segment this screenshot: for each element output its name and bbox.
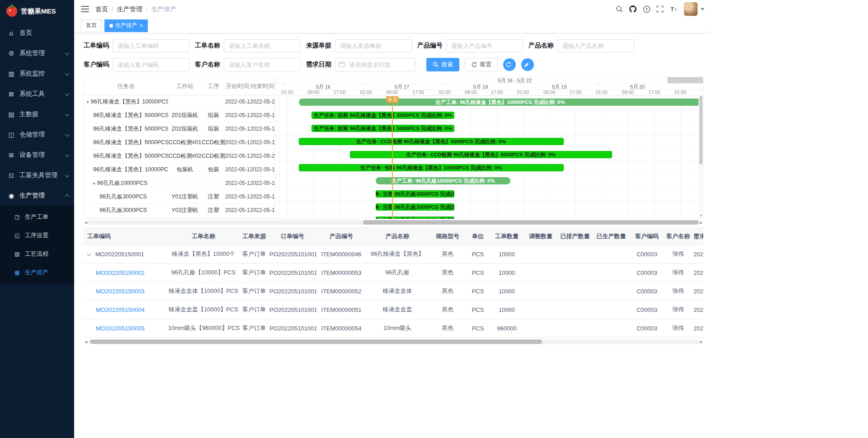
github-icon[interactable]: [626, 2, 640, 16]
gantt-bar-task[interactable]: 生产任务: 包装 96孔移液盒【黑色】10000PCS 完成比例: 0%: [299, 164, 564, 171]
gantt-bar-task[interactable]: 生产任务: 组装 96孔移液盒【黑色】5000PCS 完成比例: 0%: [311, 112, 454, 119]
table-row[interactable]: MO20220515000296孔孔板【10000】PCS客户订单PO20220…: [84, 264, 703, 282]
gantt-task-row[interactable]: 96孔移液盒【黑色】10000PCS包装机包装2022-05-162022-05…: [84, 163, 275, 177]
workorder-link[interactable]: MO202205150002: [96, 269, 145, 276]
tag-view-bar: 首页生产排产×: [74, 18, 711, 33]
scrollbar-thumb[interactable]: [363, 220, 699, 225]
workorder-link[interactable]: MO202205150005: [96, 325, 145, 332]
gantt-bar-task[interactable]: 生产任务: 注塑 96孔孔板3000PCS 完成比例: 0%: [376, 203, 454, 211]
sidebar-item-生产工单[interactable]: ◳生产工单: [0, 207, 74, 226]
filter-input-客户名称[interactable]: [224, 58, 301, 71]
tab-生产排产[interactable]: 生产排产×: [104, 19, 148, 32]
table-row[interactable]: MO202205150004移液盒盒盖【10000】PCS客户订单PO20220…: [84, 301, 703, 319]
font-size-icon[interactable]: TT: [667, 2, 680, 16]
gantt-grid-rows: ▾96孔移液盒【黑色】10000PCS2022-05-162022-05-219…: [84, 95, 275, 218]
chevron-down-icon: [65, 153, 70, 157]
sidebar-item-生产排产[interactable]: ▦生产排产: [0, 263, 74, 282]
table-cell: [524, 282, 557, 301]
reset-button[interactable]: 重置: [465, 58, 498, 71]
gantt-bar-task[interactable]: 生产任务: CCD检测 96孔移液盒【黑色】5000PCS 完成比例: 0%: [350, 151, 613, 158]
chevron-down-icon[interactable]: ▾: [87, 100, 89, 104]
filter-input-工单名称[interactable]: [224, 39, 301, 52]
tab-label: 首页: [86, 22, 97, 29]
gantt-task-row[interactable]: 96孔移液盒【黑色】5000PCSCCD检测#02CCD检测2022-05-17…: [84, 150, 275, 163]
breadcrumb-item[interactable]: 生产管理: [117, 5, 142, 13]
gantt-task-row[interactable]: 96孔移液盒【黑色】5000PCSZ01组装机组装2022-05-162022-…: [84, 109, 275, 122]
day-separator: [284, 84, 284, 89]
scroll-right-icon[interactable]: ▶: [699, 221, 703, 225]
filter-input-产品编号[interactable]: [446, 39, 523, 52]
edit-button[interactable]: [521, 58, 534, 71]
filter-input-客户编码[interactable]: [113, 58, 189, 71]
filter-input-产品名称[interactable]: [557, 39, 634, 52]
breadcrumb-item[interactable]: 首页: [95, 5, 108, 13]
table-row[interactable]: MO202205150003移液盒盒体【10000】PCS客户订单PO20220…: [84, 282, 703, 301]
filter-input-工单编码[interactable]: [113, 39, 189, 52]
table-row[interactable]: MO202205150001移液盒【黑色】10000个客户订单PO2022051…: [84, 245, 703, 264]
sidebar-item-系统工具[interactable]: ⊠系统工具: [0, 84, 74, 104]
scroll-down-icon[interactable]: ▼: [699, 213, 703, 218]
tab-首页[interactable]: 首页: [81, 19, 102, 32]
gantt-task-row[interactable]: ▾96孔移液盒【黑色】10000PCS2022-05-162022-05-21: [84, 95, 275, 109]
table-row[interactable]: MO20220515000510mm吸头【960000】PCS客户订单PO202…: [84, 319, 703, 338]
data-icon: ▤: [7, 111, 15, 118]
scroll-right-icon[interactable]: ▶: [699, 340, 703, 344]
gantt-column-header: 开始时间: [225, 77, 250, 95]
gantt-task-row[interactable]: 96孔移液盒【黑色】5000PCSCCD检测#01CCD检测2022-05-16…: [84, 136, 275, 150]
sidebar-item-首页[interactable]: ⌂首页: [0, 23, 74, 43]
search-icon[interactable]: [613, 2, 626, 16]
sidebar-item-工装夹具管理[interactable]: ⊡工装夹具管理: [0, 165, 74, 185]
scrollbar-thumb[interactable]: [90, 339, 542, 344]
filter-input-需求日期[interactable]: [335, 58, 415, 71]
sidebar-item-系统管理[interactable]: ⚙系统管理: [0, 43, 74, 63]
gantt-bar-task[interactable]: 生产任务: CCD检测 96孔移液盒【黑色】5000PCS 完成比例: 0%: [299, 138, 564, 145]
gantt-task-row[interactable]: ▾96孔孔板10000PCS2022-05-172022-05-19: [84, 177, 275, 190]
search-button[interactable]: 搜索: [426, 58, 459, 71]
user-menu[interactable]: [684, 2, 704, 16]
gantt-bar-order[interactable]: 生产工单: 96孔孔板10000PCS 完成比例: 0%: [376, 177, 510, 184]
gantt-task-row[interactable]: 96孔孔板3000PCSY01注塑机注塑2022-05-172022-05-18: [84, 190, 275, 204]
tab-close-icon[interactable]: ×: [140, 23, 143, 28]
table-cell: 移液盒盒体: [366, 282, 429, 301]
sidebar-item-主数据[interactable]: ▤主数据: [0, 104, 74, 124]
topbar: 首页/生产管理/生产排产 ? TT: [74, 0, 711, 18]
gantt-task-row[interactable]: 96孔孔板3000PCSY03注塑机注塑2022-05-172022-05-18: [84, 217, 275, 218]
chevron-down-icon[interactable]: ▾: [93, 181, 95, 186]
workorder-link[interactable]: MO202205150004: [96, 306, 145, 313]
table-cell: PCS: [467, 282, 489, 301]
gantt-bar-order[interactable]: 生产工单: 96孔移液盒【黑色】10000PCS 完成比例: 0%: [299, 99, 702, 106]
filter-input-来源单据[interactable]: [335, 39, 412, 52]
submenu-生产管理: ◳生产工单◱工序设置▤工艺流程▦生产排产: [0, 206, 74, 283]
scroll-left-icon[interactable]: ◀: [84, 221, 88, 225]
app-logo[interactable]: 苦糖果MES: [0, 0, 74, 23]
filter-form: 工单编码工单名称来源单据产品编号产品名称客户编码客户名称需求日期搜索重置: [84, 39, 703, 71]
workorder-link[interactable]: MO202205150003: [96, 288, 145, 295]
sidebar-item-工艺流程[interactable]: ▤工艺流程: [0, 245, 74, 263]
workorder-link[interactable]: MO202205150001: [95, 251, 144, 258]
fullscreen-icon[interactable]: [653, 2, 667, 16]
chevron-down-icon: [65, 71, 70, 76]
sidebar-item-工序设置[interactable]: ◱工序设置: [0, 226, 74, 245]
gantt-bar-task[interactable]: 生产任务: 注塑 96孔孔板3000PCS 完成比例: 0%: [376, 190, 454, 198]
warehouse-icon: ◫: [7, 131, 15, 138]
gantt-task-row[interactable]: 96孔孔板3000PCSY02注塑机注塑2022-05-172022-05-18: [84, 204, 275, 217]
sidebar-item-label: 生产管理: [19, 192, 45, 200]
column-header-产品编号: 产品编号: [316, 228, 366, 245]
chevron-down-icon[interactable]: [87, 251, 91, 256]
sidebar-item-设备管理[interactable]: ⊞设备管理: [0, 145, 74, 165]
gantt-bar-task[interactable]: 生产任务: 组装 96孔移液盒【黑色】5000PCS 完成比例: 0%: [311, 125, 454, 132]
gantt-bar-task[interactable]: 生产任务: 注塑 96孔孔板3000PCS 完成比例: 0%: [376, 217, 454, 219]
refresh-button[interactable]: [503, 58, 516, 71]
scrollbar-thumb[interactable]: [699, 96, 703, 165]
scroll-left-icon[interactable]: ◀: [84, 340, 88, 344]
sidebar-item-仓储管理[interactable]: ◫仓储管理: [0, 124, 74, 145]
sidebar-item-生产管理[interactable]: ◉生产管理: [0, 185, 74, 206]
table-cell: [593, 264, 629, 282]
sidebar-item-系统监控[interactable]: ▥系统监控: [0, 63, 74, 84]
gantt-task-row[interactable]: 96孔移液盒【黑色】5000PCSZ02组装机组装2022-05-162022-…: [84, 122, 275, 136]
week-range-label: 5月 16 - 5月 22: [498, 77, 532, 84]
process-cell: [202, 177, 225, 190]
help-icon[interactable]: ?: [640, 2, 653, 16]
workstation-cell: [168, 177, 202, 190]
sidebar-toggle-icon[interactable]: [81, 6, 89, 12]
